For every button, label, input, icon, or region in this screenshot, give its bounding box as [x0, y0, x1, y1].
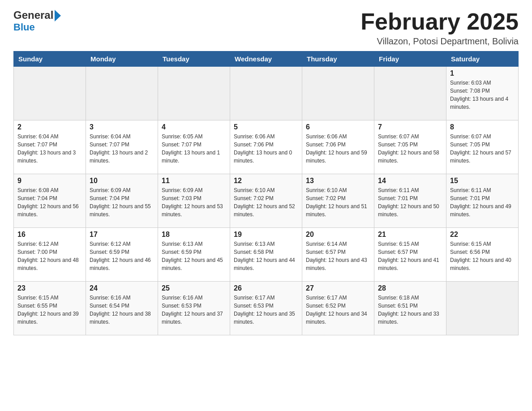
day-number: 23: [17, 284, 82, 292]
day-number: 8: [450, 123, 515, 131]
day-info: Sunrise: 6:14 AM Sunset: 6:57 PM Dayligh…: [306, 240, 370, 272]
week-row-1: 2Sunrise: 6:04 AM Sunset: 7:07 PM Daylig…: [14, 120, 519, 174]
calendar-cell: 14Sunrise: 6:11 AM Sunset: 7:01 PM Dayli…: [374, 174, 446, 228]
day-number: 26: [234, 284, 298, 292]
day-number: 3: [90, 123, 154, 131]
week-row-4: 23Sunrise: 6:15 AM Sunset: 6:55 PM Dayli…: [14, 282, 519, 335]
day-number: 18: [162, 231, 226, 239]
day-number: 6: [306, 123, 370, 131]
day-number: 22: [450, 231, 515, 239]
day-number: 16: [17, 231, 82, 239]
day-number: 15: [450, 177, 515, 185]
title-block: February 2025 Villazon, Potosi Departmen…: [360, 9, 519, 47]
day-number: 17: [90, 231, 154, 239]
calendar-cell: [14, 67, 86, 120]
day-number: 28: [378, 284, 442, 292]
day-info: Sunrise: 6:17 AM Sunset: 6:52 PM Dayligh…: [306, 294, 370, 326]
day-number: 11: [162, 177, 226, 185]
day-info: Sunrise: 6:08 AM Sunset: 7:04 PM Dayligh…: [17, 186, 82, 218]
header-sunday: Sunday: [14, 51, 86, 67]
calendar-subtitle: Villazon, Potosi Department, Bolivia: [360, 36, 519, 47]
day-info: Sunrise: 6:16 AM Sunset: 6:53 PM Dayligh…: [162, 294, 226, 326]
calendar-cell: 17Sunrise: 6:12 AM Sunset: 6:59 PM Dayli…: [86, 228, 158, 282]
day-info: Sunrise: 6:15 AM Sunset: 6:57 PM Dayligh…: [378, 240, 442, 272]
calendar-cell: 19Sunrise: 6:13 AM Sunset: 6:58 PM Dayli…: [230, 228, 302, 282]
calendar-cell: 24Sunrise: 6:16 AM Sunset: 6:54 PM Dayli…: [86, 282, 158, 335]
day-info: Sunrise: 6:15 AM Sunset: 6:55 PM Dayligh…: [17, 294, 82, 326]
calendar-title: February 2025: [360, 9, 519, 34]
week-row-3: 16Sunrise: 6:12 AM Sunset: 7:00 PM Dayli…: [14, 228, 519, 282]
calendar-cell: [374, 67, 446, 120]
day-info: Sunrise: 6:04 AM Sunset: 7:07 PM Dayligh…: [17, 133, 82, 165]
calendar-cell: 12Sunrise: 6:10 AM Sunset: 7:02 PM Dayli…: [230, 174, 302, 228]
day-number: 9: [17, 177, 82, 185]
day-info: Sunrise: 6:13 AM Sunset: 6:59 PM Dayligh…: [162, 240, 226, 272]
calendar-cell: [158, 67, 230, 120]
day-info: Sunrise: 6:09 AM Sunset: 7:04 PM Dayligh…: [90, 186, 154, 218]
header-friday: Friday: [374, 51, 446, 67]
calendar-cell: 21Sunrise: 6:15 AM Sunset: 6:57 PM Dayli…: [374, 228, 446, 282]
header-monday: Monday: [86, 51, 158, 67]
day-number: 27: [306, 284, 370, 292]
day-info: Sunrise: 6:05 AM Sunset: 7:07 PM Dayligh…: [162, 133, 226, 165]
day-info: Sunrise: 6:04 AM Sunset: 7:07 PM Dayligh…: [90, 133, 154, 165]
calendar-cell: 25Sunrise: 6:16 AM Sunset: 6:53 PM Dayli…: [158, 282, 230, 335]
day-info: Sunrise: 6:11 AM Sunset: 7:01 PM Dayligh…: [378, 186, 442, 218]
calendar-cell: 3Sunrise: 6:04 AM Sunset: 7:07 PM Daylig…: [86, 120, 158, 174]
calendar-cell: 1Sunrise: 6:03 AM Sunset: 7:08 PM Daylig…: [446, 67, 519, 120]
week-row-0: 1Sunrise: 6:03 AM Sunset: 7:08 PM Daylig…: [14, 67, 519, 120]
header-thursday: Thursday: [302, 51, 374, 67]
day-info: Sunrise: 6:06 AM Sunset: 7:06 PM Dayligh…: [306, 133, 370, 165]
calendar-cell: 26Sunrise: 6:17 AM Sunset: 6:53 PM Dayli…: [230, 282, 302, 335]
calendar-cell: 7Sunrise: 6:07 AM Sunset: 7:05 PM Daylig…: [374, 120, 446, 174]
logo-arrow: [55, 10, 61, 21]
week-row-2: 9Sunrise: 6:08 AM Sunset: 7:04 PM Daylig…: [14, 174, 519, 228]
calendar-cell: 27Sunrise: 6:17 AM Sunset: 6:52 PM Dayli…: [302, 282, 374, 335]
calendar-cell: 22Sunrise: 6:15 AM Sunset: 6:56 PM Dayli…: [446, 228, 519, 282]
day-info: Sunrise: 6:07 AM Sunset: 7:05 PM Dayligh…: [378, 133, 442, 165]
day-number: 14: [378, 177, 442, 185]
day-info: Sunrise: 6:17 AM Sunset: 6:53 PM Dayligh…: [234, 294, 298, 326]
day-number: 2: [17, 123, 82, 131]
day-info: Sunrise: 6:18 AM Sunset: 6:51 PM Dayligh…: [378, 294, 442, 326]
logo-blue-text: Blue: [13, 21, 61, 33]
day-number: 7: [378, 123, 442, 131]
day-info: Sunrise: 6:13 AM Sunset: 6:58 PM Dayligh…: [234, 240, 298, 272]
calendar-cell: 10Sunrise: 6:09 AM Sunset: 7:04 PM Dayli…: [86, 174, 158, 228]
day-number: 20: [306, 231, 370, 239]
day-info: Sunrise: 6:11 AM Sunset: 7:01 PM Dayligh…: [450, 186, 515, 218]
day-info: Sunrise: 6:10 AM Sunset: 7:02 PM Dayligh…: [234, 186, 298, 218]
logo-general-text: General: [13, 9, 53, 21]
header-saturday: Saturday: [446, 51, 519, 67]
calendar-cell: 16Sunrise: 6:12 AM Sunset: 7:00 PM Dayli…: [14, 228, 86, 282]
day-info: Sunrise: 6:12 AM Sunset: 6:59 PM Dayligh…: [90, 240, 154, 272]
day-number: 10: [90, 177, 154, 185]
calendar-table: SundayMondayTuesdayWednesdayThursdayFrid…: [13, 51, 519, 335]
calendar-cell: 20Sunrise: 6:14 AM Sunset: 6:57 PM Dayli…: [302, 228, 374, 282]
calendar-cell: 6Sunrise: 6:06 AM Sunset: 7:06 PM Daylig…: [302, 120, 374, 174]
calendar-cell: 11Sunrise: 6:09 AM Sunset: 7:03 PM Dayli…: [158, 174, 230, 228]
calendar-cell: 15Sunrise: 6:11 AM Sunset: 7:01 PM Dayli…: [446, 174, 519, 228]
day-number: 19: [234, 231, 298, 239]
day-info: Sunrise: 6:15 AM Sunset: 6:56 PM Dayligh…: [450, 240, 515, 272]
calendar-cell: 18Sunrise: 6:13 AM Sunset: 6:59 PM Dayli…: [158, 228, 230, 282]
calendar-cell: [230, 67, 302, 120]
header-wednesday: Wednesday: [230, 51, 302, 67]
calendar-cell: [302, 67, 374, 120]
day-number: 1: [450, 69, 515, 77]
logo: General Blue: [13, 9, 61, 33]
header-tuesday: Tuesday: [158, 51, 230, 67]
calendar-header-row: SundayMondayTuesdayWednesdayThursdayFrid…: [14, 51, 519, 67]
calendar-cell: 8Sunrise: 6:07 AM Sunset: 7:05 PM Daylig…: [446, 120, 519, 174]
day-info: Sunrise: 6:03 AM Sunset: 7:08 PM Dayligh…: [450, 79, 515, 111]
day-info: Sunrise: 6:16 AM Sunset: 6:54 PM Dayligh…: [90, 294, 154, 326]
calendar-cell: 28Sunrise: 6:18 AM Sunset: 6:51 PM Dayli…: [374, 282, 446, 335]
day-info: Sunrise: 6:09 AM Sunset: 7:03 PM Dayligh…: [162, 186, 226, 218]
calendar-cell: 13Sunrise: 6:10 AM Sunset: 7:02 PM Dayli…: [302, 174, 374, 228]
calendar-cell: 2Sunrise: 6:04 AM Sunset: 7:07 PM Daylig…: [14, 120, 86, 174]
day-number: 24: [90, 284, 154, 292]
day-info: Sunrise: 6:10 AM Sunset: 7:02 PM Dayligh…: [306, 186, 370, 218]
calendar-cell: 23Sunrise: 6:15 AM Sunset: 6:55 PM Dayli…: [14, 282, 86, 335]
day-info: Sunrise: 6:06 AM Sunset: 7:06 PM Dayligh…: [234, 133, 298, 165]
calendar-cell: 5Sunrise: 6:06 AM Sunset: 7:06 PM Daylig…: [230, 120, 302, 174]
